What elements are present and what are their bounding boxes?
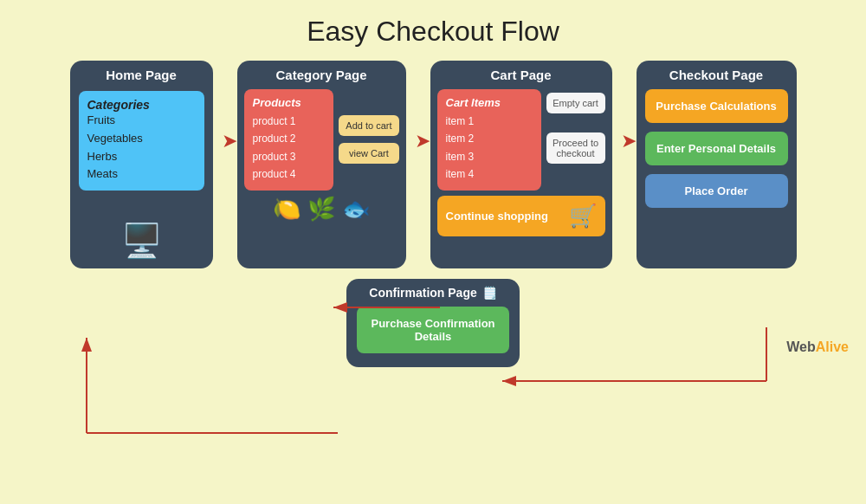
categories-label: Categories [87, 98, 196, 112]
category-page-title: Category Page [237, 61, 406, 86]
confirmation-page-title: Confirmation Page 🗒️ [346, 279, 520, 303]
cart-right-buttons: Empty cart Proceed to checkout [546, 89, 605, 191]
product-1: product 1 [253, 113, 326, 130]
view-cart-button[interactable]: view Cart [339, 143, 398, 164]
category-meats: Meats [87, 165, 196, 184]
diagram-wrapper: Easy Checkout Flow Home Page Categories … [0, 0, 866, 367]
cart-item-2: item 2 [446, 130, 533, 147]
brand-label: WebAlive [786, 339, 849, 355]
cart-page-card: Cart Page Cart Items item 1 item 2 item … [430, 61, 612, 268]
cart-item-3: item 3 [446, 148, 533, 165]
arrow-icon: ➤ [415, 130, 430, 152]
arrow-home-category: ➤ [222, 61, 237, 268]
products-box: Products product 1 product 2 product 3 p… [244, 89, 334, 191]
add-to-cart-button[interactable]: Add to cart [339, 115, 398, 136]
category-herbs: Herbs [87, 148, 196, 166]
arrow-icon: ➤ [222, 130, 237, 152]
home-page-card: Home Page Categories Fruits Vegetables H… [70, 61, 213, 268]
cart-page-title: Cart Page [430, 61, 612, 86]
home-categories-box: Categories Fruits Vegetables Herbs Meats [79, 91, 204, 191]
arrow-icon: ➤ [621, 130, 637, 152]
proceed-checkout-button[interactable]: Proceed to checkout [546, 132, 605, 164]
home-page-title: Home Page [70, 61, 213, 86]
product-4: product 4 [253, 165, 326, 183]
top-row: Home Page Categories Fruits Vegetables H… [0, 61, 866, 268]
personal-details-button[interactable]: Enter Personal Details [645, 132, 788, 165]
cart-items-box: Cart Items item 1 item 2 item 3 item 4 [437, 89, 541, 191]
product-3: product 3 [253, 148, 326, 165]
continue-shopping-box: Continue shopping 🛒 [437, 196, 605, 236]
checkout-page-title: Checkout Page [637, 61, 797, 86]
empty-cart-button[interactable]: Empty cart [546, 93, 605, 113]
purchase-calculations-button[interactable]: Purchase Calculations [645, 89, 788, 123]
confirmation-page-card: Confirmation Page 🗒️ Purchase Confirmati… [346, 279, 520, 367]
product-2: product 2 [253, 130, 326, 147]
fruit-emoji: 🍋 [273, 196, 301, 223]
category-buttons: Add to cart view Cart [339, 89, 398, 191]
category-fruits: Fruits [87, 112, 196, 130]
arrow-category-cart: ➤ [415, 61, 430, 268]
confirmation-title-text: Confirmation Page [369, 286, 476, 300]
place-order-button[interactable]: Place Order [645, 174, 788, 208]
fish-emoji: 🐟 [342, 196, 370, 223]
brand-alive: Alive [816, 339, 849, 354]
computer-icon: 🖥️ [121, 222, 162, 260]
cart-item-4: item 4 [446, 165, 533, 183]
brand-web: Web [786, 339, 815, 354]
category-content: Products product 1 product 2 product 3 p… [244, 89, 399, 191]
category-vegetables: Vegetables [87, 130, 196, 148]
confirmation-details-button[interactable]: Purchase Confirmation Details [357, 307, 509, 353]
shopping-cart-icon: 🛒 [569, 203, 597, 229]
arrow-cart-checkout: ➤ [621, 61, 637, 268]
receipt-icon: 🗒️ [482, 286, 497, 300]
checkout-buttons: Purchase Calculations Enter Personal Det… [645, 89, 788, 208]
continue-shopping-label[interactable]: Continue shopping [446, 210, 548, 223]
cart-content: Cart Items item 1 item 2 item 3 item 4 E… [437, 89, 605, 191]
checkout-page-card: Checkout Page Purchase Calculations Ente… [637, 61, 797, 268]
bottom-row: Confirmation Page 🗒️ Purchase Confirmati… [0, 279, 866, 367]
herb-emoji: 🌿 [307, 196, 335, 223]
cart-item-1: item 1 [446, 113, 533, 130]
emoji-row: 🍋 🌿 🐟 [237, 196, 406, 223]
products-label: Products [253, 96, 326, 109]
category-page-card: Category Page Products product 1 product… [237, 61, 406, 268]
page-title: Easy Checkout Flow [0, 0, 866, 56]
cart-items-label: Cart Items [446, 96, 533, 109]
